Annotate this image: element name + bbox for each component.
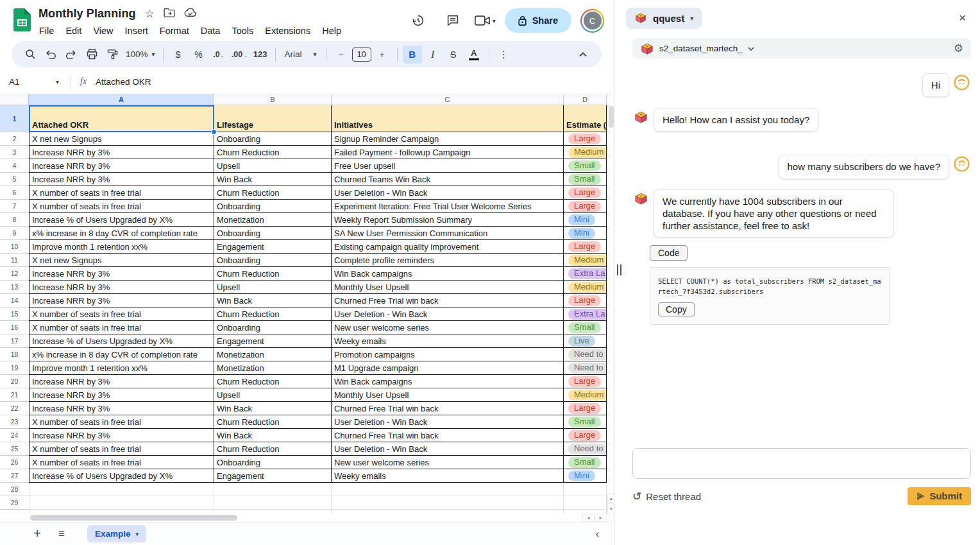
more-toolbar-options-button[interactable]: ⋮: [494, 46, 514, 64]
row-header-29[interactable]: 29: [0, 496, 29, 510]
number-format-button[interactable]: 123: [251, 46, 270, 64]
cell-B26[interactable]: Onboarding: [214, 456, 332, 469]
cell-C18[interactable]: Promotion campaigns: [332, 348, 564, 361]
cell-B1[interactable]: Lifestage: [214, 105, 332, 132]
scroll-right-button[interactable]: ▸: [595, 514, 607, 522]
cell-D14[interactable]: Large: [564, 294, 607, 307]
cell-B9[interactable]: Onboarding: [214, 227, 332, 240]
cloud-status-icon[interactable]: [184, 8, 197, 19]
cell-A9[interactable]: x% increase in 8 day CVR of completion r…: [29, 227, 214, 240]
cell-C25[interactable]: User Deletion - Win Back: [332, 442, 564, 456]
cell-A20[interactable]: Increase NRR by 3%: [29, 375, 214, 388]
cell-C22[interactable]: Churned Free Trial win back: [332, 402, 564, 415]
sheets-logo-icon[interactable]: [13, 8, 31, 34]
scroll-left-button[interactable]: ◂: [582, 514, 595, 522]
cell-A29[interactable]: [29, 496, 214, 510]
cell-D10[interactable]: Large: [564, 240, 607, 254]
cell-C17[interactable]: Weeky emails: [332, 334, 564, 348]
row-header-6[interactable]: 6: [0, 186, 29, 200]
row-header-22[interactable]: 22: [0, 402, 29, 415]
all-sheets-icon[interactable]: ≡: [53, 528, 71, 541]
cell-C27[interactable]: Weeky emails: [332, 469, 564, 483]
cell-A27[interactable]: Increase % of Users Upgraded by X%: [29, 469, 214, 483]
cell-D28[interactable]: [564, 483, 607, 496]
comments-icon[interactable]: [440, 8, 466, 33]
collapse-toolbar-icon[interactable]: [573, 46, 593, 64]
cell-D29[interactable]: [564, 496, 607, 510]
column-header-C[interactable]: C: [332, 94, 564, 105]
row-header-21[interactable]: 21: [0, 388, 29, 402]
column-header-D[interactable]: D: [564, 94, 607, 105]
cell-C10[interactable]: Existing campaign quality improvement: [332, 240, 564, 254]
row-header-12[interactable]: 12: [0, 267, 29, 281]
cell-B13[interactable]: Upsell: [214, 281, 332, 294]
cell-C1[interactable]: Initiatives: [332, 105, 564, 132]
cell-C20[interactable]: Win Back campaigns: [332, 375, 564, 388]
move-folder-icon[interactable]: [164, 8, 175, 19]
cell-C5[interactable]: Churned Teams Win Back: [332, 173, 564, 186]
row-header-16[interactable]: 16: [0, 321, 29, 334]
scroll-down-button[interactable]: ▾: [607, 503, 614, 514]
italic-button[interactable]: I: [423, 46, 443, 64]
vertical-scrollbar-thumb[interactable]: [609, 106, 614, 128]
menu-data[interactable]: Data: [195, 24, 226, 38]
cell-B23[interactable]: Churn Reduction: [214, 415, 332, 429]
increase-font-size-button[interactable]: +: [373, 46, 392, 64]
account-avatar[interactable]: C: [580, 9, 604, 33]
scroll-up-button[interactable]: ▴: [607, 493, 614, 503]
cell-D13[interactable]: Medium: [564, 281, 607, 294]
name-box[interactable]: A1▾: [9, 77, 65, 87]
cell-B28[interactable]: [214, 483, 332, 496]
cell-C29[interactable]: [332, 496, 564, 510]
cell-B18[interactable]: Monetization: [214, 348, 332, 361]
row-header-28[interactable]: 28: [0, 483, 29, 496]
cell-D15[interactable]: Extra La: [564, 307, 607, 321]
horizontal-scrollbar-thumb[interactable]: [30, 515, 237, 521]
cell-D19[interactable]: Need to: [564, 361, 607, 375]
cell-A1[interactable]: Attached OKR: [29, 105, 214, 132]
column-header-B[interactable]: B: [214, 94, 332, 105]
menu-file[interactable]: File: [33, 24, 60, 38]
cell-A22[interactable]: Increase NRR by 3%: [29, 402, 214, 415]
cell-D17[interactable]: Live: [564, 334, 607, 348]
cell-C24[interactable]: Churned Free Trial win back: [332, 429, 564, 442]
row-header-1[interactable]: 1: [0, 105, 29, 132]
cell-D3[interactable]: Medium: [564, 146, 607, 159]
undo-icon[interactable]: [41, 46, 60, 64]
row-header-5[interactable]: 5: [0, 173, 29, 186]
increase-decimal-button[interactable]: .00→: [230, 46, 249, 64]
decrease-decimal-button[interactable]: .0←: [210, 46, 229, 64]
cell-C14[interactable]: Churned Free Trial win back: [332, 294, 564, 307]
cell-B27[interactable]: Engagement: [214, 469, 332, 483]
cell-B20[interactable]: Churn Reduction: [214, 375, 332, 388]
row-header-4[interactable]: 4: [0, 159, 29, 173]
cell-D18[interactable]: Need to: [564, 348, 607, 361]
cell-B24[interactable]: Win Back: [214, 429, 332, 442]
copy-code-button[interactable]: Copy: [658, 302, 695, 316]
cell-C21[interactable]: Monthly User Upsell: [332, 388, 564, 402]
cell-A16[interactable]: X number of seats in free trial: [29, 321, 214, 334]
cell-C4[interactable]: Free User upsell: [332, 159, 564, 173]
cell-B29[interactable]: [214, 496, 332, 510]
cell-B16[interactable]: Onboarding: [214, 321, 332, 334]
select-all-corner[interactable]: [0, 94, 29, 105]
cell-A6[interactable]: X number of seats in free trial: [29, 186, 214, 200]
row-header-20[interactable]: 20: [0, 375, 29, 388]
cell-A24[interactable]: Increase NRR by 3%: [29, 429, 214, 442]
cell-C7[interactable]: Experiment Iteration: Free Trial User We…: [332, 200, 564, 213]
cell-C2[interactable]: Signup Reminder Campaign: [332, 132, 564, 146]
cell-D20[interactable]: Large: [564, 375, 607, 388]
close-panel-icon[interactable]: ×: [955, 10, 970, 26]
cell-A15[interactable]: X number of seats in free trial: [29, 307, 214, 321]
cell-D23[interactable]: Small: [564, 415, 607, 429]
row-header-24[interactable]: 24: [0, 429, 29, 442]
cell-A21[interactable]: Increase NRR by 3%: [29, 388, 214, 402]
reset-thread-button[interactable]: ↺ Reset thread: [632, 490, 701, 503]
cell-D2[interactable]: Large: [564, 132, 607, 146]
text-color-button[interactable]: A: [464, 46, 484, 64]
paint-format-icon[interactable]: [103, 46, 122, 64]
cell-A17[interactable]: Increase % of Users Upgraded by X%: [29, 334, 214, 348]
sheet-tab-menu-icon[interactable]: ▾: [136, 531, 139, 537]
add-sheet-button[interactable]: +: [28, 526, 46, 541]
row-header-10[interactable]: 10: [0, 240, 29, 254]
